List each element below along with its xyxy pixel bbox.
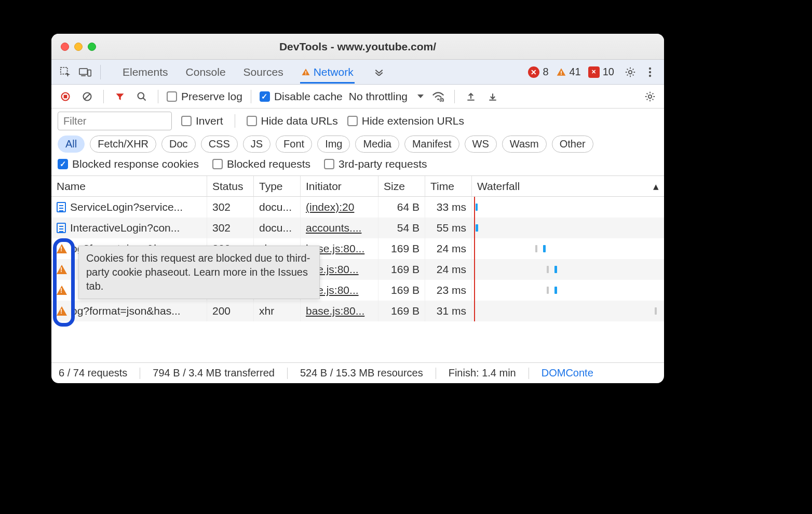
waterfall-bar xyxy=(543,245,546,252)
table-row[interactable]: og?format=json&has...200xhrbase.js:80...… xyxy=(51,301,664,321)
tab-console[interactable]: Console xyxy=(185,61,227,84)
minimize-button[interactable] xyxy=(74,43,83,51)
window-title: DevTools - www.youtube.com/ xyxy=(51,40,664,53)
col-type[interactable]: Type xyxy=(254,176,301,196)
initiator-link[interactable]: (index):20 xyxy=(306,201,354,213)
cell-name: og?format=json&has... xyxy=(51,301,207,321)
checkbox-icon xyxy=(181,116,192,126)
col-waterfall[interactable]: Waterfall▴ xyxy=(472,176,664,196)
col-name[interactable]: Name xyxy=(51,176,207,196)
divider xyxy=(436,368,436,379)
table-row[interactable]: InteractiveLogin?con...302docu...account… xyxy=(51,218,664,238)
network-conditions-icon[interactable] xyxy=(430,89,446,104)
invert-checkbox[interactable]: Invert xyxy=(181,115,223,127)
cell-initiator: base.js:80... xyxy=(301,301,378,321)
table-row[interactable]: ServiceLogin?service...302docu...(index)… xyxy=(51,197,664,218)
filter-input[interactable] xyxy=(58,112,172,130)
svg-rect-7 xyxy=(561,74,562,75)
error-count[interactable]: ✕ 8 xyxy=(528,66,548,78)
hide-extension-urls-checkbox[interactable]: Hide extension URLs xyxy=(347,115,464,127)
search-icon[interactable] xyxy=(134,89,150,104)
filter-icon[interactable] xyxy=(112,89,128,104)
initiator-link[interactable]: accounts.... xyxy=(306,222,361,234)
divider xyxy=(100,65,101,79)
cell-waterfall xyxy=(472,259,664,280)
chip-font[interactable]: Font xyxy=(276,136,312,153)
clear-button[interactable] xyxy=(79,89,95,104)
cell-name: InteractiveLogin?con... xyxy=(51,218,207,238)
cell-waterfall xyxy=(472,301,664,321)
throttling-select[interactable]: No throttling xyxy=(349,90,424,103)
message-count[interactable]: ✕ 10 xyxy=(588,66,614,78)
col-size[interactable]: Size xyxy=(378,176,425,196)
tab-network[interactable]: Network xyxy=(300,61,355,84)
chip-img[interactable]: Img xyxy=(317,136,350,153)
cell-status: 200 xyxy=(207,301,254,321)
status-resources: 524 B / 15.3 MB resources xyxy=(300,367,423,379)
device-toggle-icon[interactable] xyxy=(76,63,94,81)
status-bar: 6 / 74 requests 794 B / 3.4 MB transferr… xyxy=(51,362,664,383)
inspect-element-icon[interactable] xyxy=(57,63,74,81)
warning-triangle-icon xyxy=(57,244,67,253)
preserve-log-checkbox[interactable]: Preserve log xyxy=(167,90,242,103)
disable-cache-checkbox[interactable]: Disable cache xyxy=(260,90,343,103)
cell-initiator: (index):20 xyxy=(301,197,378,218)
document-icon xyxy=(57,202,66,212)
more-tabs-icon[interactable] xyxy=(370,63,388,81)
table-body: ServiceLogin?service...302docu...(index)… xyxy=(51,197,664,362)
cell-size: 169 B xyxy=(378,301,425,321)
chip-other[interactable]: Other xyxy=(552,136,593,153)
chip-fetch-xhr[interactable]: Fetch/XHR xyxy=(90,136,156,153)
cell-time: 23 ms xyxy=(425,280,472,301)
settings-icon[interactable] xyxy=(621,63,639,81)
hide-data-urls-checkbox[interactable]: Hide data URLs xyxy=(247,115,338,127)
initiator-link[interactable]: base.js:80... xyxy=(306,305,364,317)
tab-sources[interactable]: Sources xyxy=(242,61,285,84)
chip-css[interactable]: CSS xyxy=(201,136,238,153)
chip-all[interactable]: All xyxy=(58,136,85,153)
tab-elements[interactable]: Elements xyxy=(121,61,169,84)
svg-rect-13 xyxy=(64,94,67,98)
svg-rect-5 xyxy=(305,74,306,75)
blocked-response-cookies-checkbox[interactable]: Blocked response cookies xyxy=(58,158,199,170)
cell-size: 169 B xyxy=(378,259,425,280)
record-button[interactable] xyxy=(58,89,73,104)
close-button[interactable] xyxy=(61,43,69,51)
waterfall-load-line xyxy=(474,301,475,321)
waterfall-load-line xyxy=(474,238,475,259)
network-settings-icon[interactable] xyxy=(642,89,658,104)
request-filter-checks: Blocked response cookies Blocked request… xyxy=(51,156,664,176)
panel-tabs: Elements Console Sources Network xyxy=(121,61,388,84)
warning-icon xyxy=(556,67,566,77)
chip-wasm[interactable]: Wasm xyxy=(502,136,547,153)
kebab-menu-icon[interactable] xyxy=(641,63,659,81)
cookie-blocked-tooltip: Cookies for this request are blocked due… xyxy=(78,246,320,299)
warning-triangle-icon xyxy=(57,306,67,316)
third-party-requests-checkbox[interactable]: 3rd-party requests xyxy=(324,158,427,170)
checkbox-icon xyxy=(347,116,358,126)
chip-js[interactable]: JS xyxy=(243,136,270,153)
chip-doc[interactable]: Doc xyxy=(161,136,196,153)
cell-type: docu... xyxy=(254,197,301,218)
divider xyxy=(251,90,251,103)
upload-har-icon[interactable] xyxy=(463,89,479,104)
divider xyxy=(158,90,158,103)
cell-waterfall xyxy=(472,197,664,218)
resource-type-chips: AllFetch/XHRDocCSSJSFontImgMediaManifest… xyxy=(51,133,664,156)
maximize-button[interactable] xyxy=(88,43,96,51)
col-initiator[interactable]: Initiator xyxy=(301,176,378,196)
chip-manifest[interactable]: Manifest xyxy=(404,136,459,153)
chip-ws[interactable]: WS xyxy=(465,136,497,153)
waterfall-load-line xyxy=(474,218,475,238)
col-status[interactable]: Status xyxy=(207,176,254,196)
warning-count[interactable]: 41 xyxy=(556,66,581,78)
svg-line-15 xyxy=(84,93,90,100)
status-domcontent[interactable]: DOMConte xyxy=(542,367,593,379)
issue-counts[interactable]: ✕ 8 41 ✕ 10 xyxy=(528,66,614,78)
waterfall-bar xyxy=(554,287,557,294)
blocked-requests-checkbox[interactable]: Blocked requests xyxy=(212,158,310,170)
svg-point-9 xyxy=(649,67,651,69)
col-time[interactable]: Time xyxy=(425,176,472,196)
download-har-icon[interactable] xyxy=(485,89,500,104)
chip-media[interactable]: Media xyxy=(355,136,399,153)
